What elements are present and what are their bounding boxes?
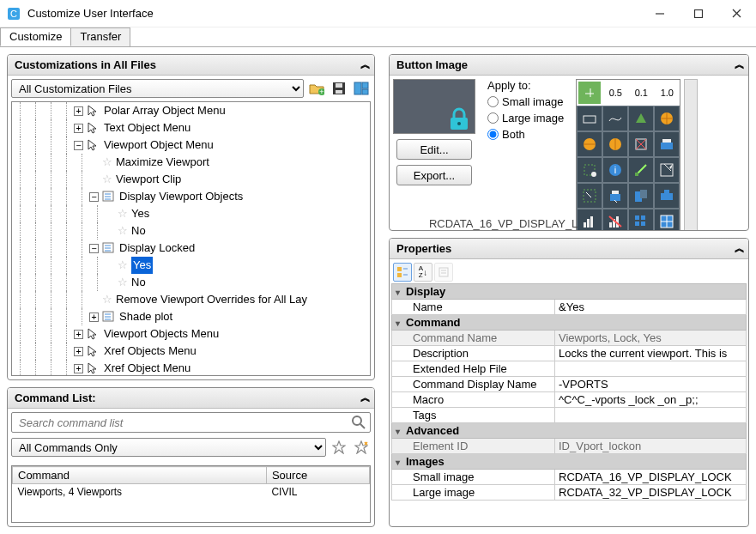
icon-grid-scrollbar[interactable] <box>684 79 698 230</box>
icon-grid-cell[interactable] <box>628 131 654 157</box>
command-table-wrap[interactable]: Command Source Viewports, 4 Viewports CI… <box>11 465 371 523</box>
prop-val-name[interactable]: &Yes <box>555 300 747 315</box>
tree-item[interactable]: −Display Viewport Objects <box>12 188 370 205</box>
icon-grid-cell[interactable]: i <box>602 157 628 183</box>
radio-both[interactable]: Both <box>487 128 564 141</box>
tree-item[interactable]: ☆Maximize Viewport <box>12 154 370 171</box>
icon-grid-cell[interactable] <box>602 183 628 209</box>
icon-grid-cell[interactable] <box>602 106 628 131</box>
icon-grid-cell[interactable]: 0.5 <box>602 80 628 106</box>
tree-item[interactable]: ☆Viewport Clip <box>12 171 370 188</box>
tree-item[interactable]: ☆No <box>12 222 370 240</box>
tree-item[interactable]: −Display Locked <box>12 240 370 257</box>
expander-icon[interactable]: + <box>89 313 99 322</box>
tree-item[interactable]: +Shade plot <box>12 308 370 325</box>
search-icon[interactable] <box>351 415 366 430</box>
svg-rect-10 <box>354 82 361 94</box>
properties-grid[interactable]: ▾Display Name&Yes ▾Command Command NameV… <box>391 283 747 501</box>
group-advanced[interactable]: Advanced <box>406 424 459 437</box>
svg-text:+: + <box>319 88 324 95</box>
tree-item[interactable]: ☆Yes <box>12 257 370 274</box>
icon-grid-cell[interactable] <box>577 106 602 131</box>
svg-line-26 <box>360 424 365 428</box>
categorized-view-button[interactable] <box>393 263 412 282</box>
tree-item[interactable]: ☆Yes <box>12 205 370 222</box>
expander-icon[interactable]: + <box>74 124 83 133</box>
col-source[interactable]: Source <box>266 467 369 484</box>
tree-item[interactable]: −Viewport Object Menu <box>12 137 370 154</box>
tab-customize[interactable]: Customize <box>0 27 71 46</box>
expander-icon[interactable]: − <box>89 192 99 202</box>
export-button[interactable]: Export... <box>396 165 472 185</box>
properties-header[interactable]: Properties ︽ <box>390 239 748 259</box>
prop-val-cdn[interactable]: -VPORTS <box>555 377 747 392</box>
expander-icon[interactable]: + <box>74 347 83 356</box>
search-command-input[interactable] <box>17 416 351 430</box>
prop-val-ext[interactable] <box>555 361 747 377</box>
prop-val-macro[interactable]: ^C^C_-vports _lock _on _p;; <box>555 392 747 408</box>
prop-val-elid[interactable]: ID_Vport_lockon <box>555 439 747 454</box>
command-row[interactable]: Viewports, 4 Viewports CIVIL <box>13 484 370 501</box>
radio-small[interactable]: Small image <box>487 95 564 108</box>
icon-grid-cell[interactable] <box>577 131 602 157</box>
command-list-header[interactable]: Command List: ︽ <box>8 388 374 409</box>
panels-icon[interactable] <box>352 79 371 98</box>
alphabetical-view-button[interactable]: AZ↓ <box>414 263 432 282</box>
icon-grid-cell[interactable] <box>628 157 654 183</box>
expander-icon[interactable]: + <box>74 330 83 339</box>
tree-item[interactable]: +Viewport Objects Menu <box>12 325 370 343</box>
svg-rect-69 <box>397 267 402 271</box>
icon-grid-cell[interactable] <box>654 106 680 131</box>
tree-item[interactable]: ☆No <box>12 274 370 291</box>
expander-icon[interactable]: − <box>89 244 99 253</box>
icon-grid-cell[interactable] <box>628 106 654 131</box>
expander-icon[interactable]: + <box>74 106 83 116</box>
group-command[interactable]: Command <box>406 316 461 329</box>
prop-val-tags[interactable] <box>555 408 747 423</box>
maximize-button[interactable] <box>679 1 717 27</box>
col-command[interactable]: Command <box>13 467 267 484</box>
prop-val-limg[interactable]: RCDATA_32_VP_DISPLAY_LOCK <box>555 485 747 501</box>
icon-grid-cell[interactable]: 1.0 <box>654 80 680 106</box>
tree-item[interactable]: +Polar Array Object Menu <box>12 102 370 119</box>
tree-item[interactable]: +Xref Object Menu <box>12 360 370 376</box>
icon-grid-cell[interactable]: 0.1 <box>628 80 654 106</box>
tab-transfer[interactable]: Transfer <box>70 27 130 46</box>
command-filter-combo[interactable]: All Commands Only <box>11 438 326 457</box>
customization-filter-combo[interactable]: All Customization Files <box>11 79 304 98</box>
expander-icon[interactable]: − <box>74 141 83 150</box>
close-button[interactable] <box>717 1 756 27</box>
group-display[interactable]: Display <box>406 285 445 298</box>
prop-val-desc[interactable]: Locks the current viewport. This is <box>555 346 747 361</box>
icon-grid-cell[interactable] <box>654 131 680 157</box>
customizations-header[interactable]: Customizations in All Files ︽ <box>8 55 374 76</box>
group-images[interactable]: Images <box>406 455 445 468</box>
button-image-header[interactable]: Button Image ︽ <box>390 55 748 76</box>
icon-grid-cell[interactable] <box>577 80 602 106</box>
icon-grid[interactable]: 0.50.11.0i <box>576 79 680 230</box>
icon-grid-cell[interactable] <box>654 157 680 183</box>
customizations-tree[interactable]: +Polar Array Object Menu+Text Object Men… <box>11 101 371 376</box>
edit-button[interactable]: Edit... <box>396 139 472 160</box>
icon-grid-cell[interactable] <box>654 183 680 209</box>
open-file-icon[interactable]: + <box>307 79 326 98</box>
icon-grid-cell[interactable] <box>577 183 602 209</box>
radio-large[interactable]: Large image <box>487 112 564 124</box>
save-icon[interactable] <box>330 79 348 98</box>
svg-point-42 <box>591 172 596 177</box>
prop-val-simg[interactable]: RCDATA_16_VP_DISPLAY_LOCK <box>555 470 747 485</box>
icon-grid-cell[interactable] <box>628 183 654 209</box>
icon-grid-cell[interactable] <box>577 157 602 183</box>
tree-item[interactable]: ☆Remove Viewport Overrides for All Lay <box>12 291 370 308</box>
svg-point-30 <box>457 122 461 125</box>
tree-item[interactable]: +Xref Objects Menu <box>12 343 370 360</box>
customizations-panel: Customizations in All Files ︽ All Custom… <box>7 54 375 380</box>
button-image-panel: Button Image ︽ Edit... Export... <box>389 54 749 231</box>
new-command-icon[interactable] <box>352 438 371 457</box>
prop-val-cmdname[interactable]: Viewports, Lock, Yes <box>555 331 747 346</box>
expander-icon[interactable]: + <box>74 364 83 373</box>
icon-grid-cell[interactable] <box>602 131 628 157</box>
favorite-filter-icon[interactable] <box>330 438 348 457</box>
tree-item[interactable]: +Text Object Menu <box>12 119 370 137</box>
minimize-button[interactable] <box>640 1 679 27</box>
